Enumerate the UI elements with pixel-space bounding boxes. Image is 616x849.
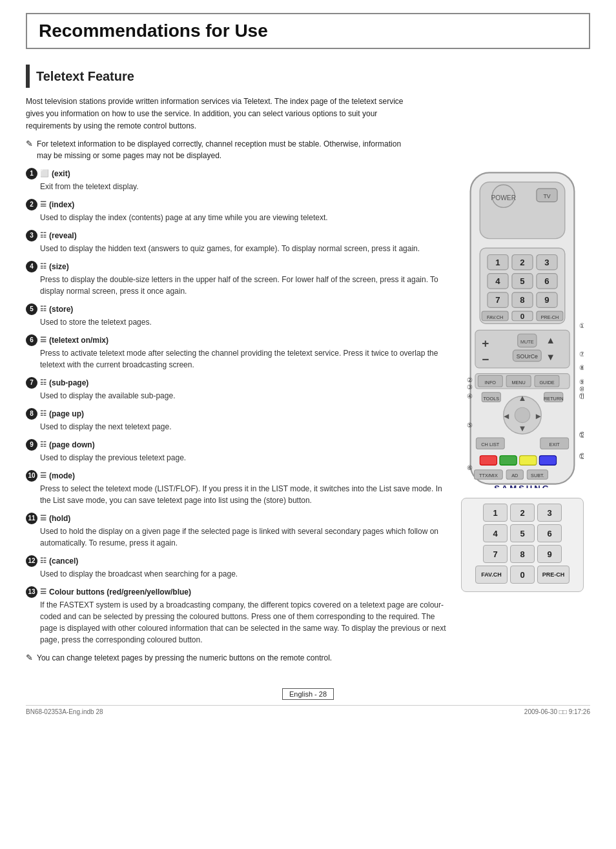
- page-title-box: Recommendations for Use: [26, 13, 590, 49]
- svg-text:SUBT.: SUBT.: [531, 473, 544, 478]
- feature-desc-1: Exit from the teletext display.: [40, 181, 449, 192]
- feature-label-12: 12☷(cancel): [26, 555, 449, 567]
- numpad-btn-5[interactable]: 5: [510, 524, 535, 542]
- note-1-text: For teletext information to be displayed…: [37, 138, 413, 161]
- svg-text:◄: ◄: [502, 411, 511, 420]
- feature-label-text-6: (teletext on/mix): [49, 336, 108, 345]
- feature-icon-6: ☰: [40, 336, 46, 344]
- numpad-btn-6[interactable]: 6: [537, 524, 562, 542]
- numpad-btn-prech[interactable]: PRE-CH: [537, 566, 570, 584]
- numpad-row-4: FAV.CH 0 PRE-CH: [467, 566, 578, 584]
- svg-rect-62: [500, 455, 517, 465]
- numpad-small-container: 1 2 3 4 5 6 7 8 9 FAV.CH 0 PRE-CH: [461, 498, 584, 592]
- svg-text:INFO: INFO: [485, 379, 497, 385]
- feature-desc-13: If the FASTEXT system is used by a broad…: [40, 599, 449, 646]
- svg-text:⑪: ⑪: [579, 392, 584, 399]
- svg-text:9: 9: [544, 295, 549, 305]
- svg-text:PRE-CH: PRE-CH: [540, 314, 559, 320]
- feature-item-6: 6☰(teletext on/mix)Press to activate tel…: [26, 334, 449, 371]
- note2-icon: ✎: [26, 653, 33, 662]
- numpad-btn-favch[interactable]: FAV.CH: [475, 566, 508, 584]
- feature-icon-2: ☰: [40, 200, 46, 209]
- feature-label-2: 2☰(index): [26, 199, 449, 210]
- right-column: POWER TV 1 2 3 4 5 6: [461, 168, 590, 669]
- footer-left-text: BN68-02353A-Eng.indb 28: [26, 708, 103, 715]
- numpad-btn-4[interactable]: 4: [483, 524, 508, 542]
- feature-label-text-7: (sub-page): [49, 378, 88, 387]
- feature-num-13: 13: [26, 586, 37, 598]
- feature-label-text-13: Colour buttons (red/green/yellow/blue): [49, 588, 191, 597]
- numpad-row-2: 4 5 6: [467, 524, 578, 542]
- svg-text:TTX/MIX: TTX/MIX: [479, 473, 498, 478]
- feature-label-text-5: (store): [49, 305, 73, 314]
- feature-label-text-12: (cancel): [49, 557, 78, 566]
- svg-text:RETURN: RETURN: [544, 395, 563, 401]
- feature-label-text-2: (index): [49, 200, 74, 209]
- note-2-row: ✎ You can change teletext pages by press…: [26, 652, 400, 664]
- numpad-btn-2[interactable]: 2: [510, 504, 535, 522]
- feature-item-7: 7☷(sub-page)Used to display the availabl…: [26, 377, 449, 402]
- feature-label-4: 4☷(size): [26, 261, 449, 272]
- svg-text:►: ►: [534, 411, 542, 420]
- feature-label-text-11: (hold): [49, 514, 70, 523]
- svg-text:SAMSUNG: SAMSUNG: [494, 484, 551, 489]
- numpad-btn-3[interactable]: 3: [537, 504, 562, 522]
- feature-label-3: 3☷(reveal): [26, 230, 449, 241]
- svg-text:TOOLS: TOOLS: [483, 395, 499, 401]
- note-icon: ✎: [26, 139, 33, 148]
- svg-text:▼: ▼: [518, 423, 526, 433]
- svg-text:④: ④: [467, 392, 473, 399]
- feature-label-text-10: (mode): [49, 471, 75, 480]
- footer-page-num: English - 28: [282, 688, 334, 700]
- svg-text:⑦: ⑦: [579, 351, 584, 358]
- feature-icon-7: ☷: [40, 378, 46, 387]
- svg-text:TV: TV: [543, 192, 550, 199]
- doc-footer: BN68-02353A-Eng.indb 28 2009-06-30 □□ 9:…: [26, 705, 590, 715]
- svg-text:+: +: [482, 336, 489, 349]
- svg-rect-64: [539, 455, 556, 465]
- feature-num-8: 8: [26, 408, 37, 420]
- feature-label-text-9: (page down): [49, 440, 95, 449]
- feature-item-9: 9☷(page down)Used to display the previou…: [26, 439, 449, 464]
- svg-text:6: 6: [544, 276, 549, 285]
- numpad-row-1: 1 2 3: [467, 504, 578, 522]
- svg-point-48: [515, 407, 529, 422]
- numpad-btn-0[interactable]: 0: [510, 566, 535, 584]
- feature-label-11: 11☰(hold): [26, 513, 449, 524]
- numpad-btn-1[interactable]: 1: [483, 504, 508, 522]
- feature-desc-4: Press to display the double-size letters…: [40, 274, 449, 297]
- svg-text:③: ③: [467, 384, 473, 391]
- feature-label-8: 8☷(page up): [26, 408, 449, 420]
- feature-num-10: 10: [26, 470, 37, 482]
- feature-item-12: 12☷(cancel)Used to display the broadcast…: [26, 555, 449, 580]
- feature-icon-12: ☷: [40, 557, 46, 565]
- numpad-btn-9[interactable]: 9: [537, 545, 562, 563]
- numpad-btn-8[interactable]: 8: [510, 545, 535, 563]
- svg-text:EXIT: EXIT: [549, 442, 560, 447]
- svg-text:SOUrCe: SOUrCe: [517, 353, 538, 360]
- svg-text:⑧: ⑧: [579, 363, 584, 371]
- numpad-btn-7[interactable]: 7: [483, 545, 508, 563]
- section-bar: [26, 65, 30, 88]
- footer-right-text: 2009-06-30 □□ 9:17:26: [524, 708, 590, 715]
- svg-text:▼: ▼: [546, 352, 555, 362]
- svg-text:3: 3: [544, 257, 549, 267]
- svg-text:MUTE: MUTE: [520, 338, 534, 344]
- svg-rect-61: [480, 455, 497, 465]
- feature-desc-2: Used to display the index (contents) pag…: [40, 212, 449, 223]
- feature-label-text-4: (size): [49, 262, 69, 271]
- feature-item-1: 1⬜(exit)Exit from the teletext display.: [26, 168, 449, 192]
- feature-icon-4: ☷: [40, 262, 46, 271]
- feature-item-8: 8☷(page up)Used to display the next tele…: [26, 408, 449, 433]
- note-2-text: You can change teletext pages by pressin…: [37, 652, 332, 664]
- feature-label-9: 9☷(page down): [26, 439, 449, 451]
- feature-desc-11: Used to hold the display on a given page…: [40, 526, 449, 549]
- svg-text:⑫: ⑫: [579, 431, 584, 438]
- feature-icon-1: ⬜: [40, 169, 49, 178]
- svg-text:POWER: POWER: [491, 194, 516, 201]
- svg-text:0: 0: [520, 311, 525, 320]
- feature-icon-13: ☰: [40, 588, 46, 596]
- svg-text:⑥: ⑥: [467, 464, 473, 471]
- svg-text:FAV.CH: FAV.CH: [487, 314, 503, 320]
- svg-text:▲: ▲: [518, 393, 526, 403]
